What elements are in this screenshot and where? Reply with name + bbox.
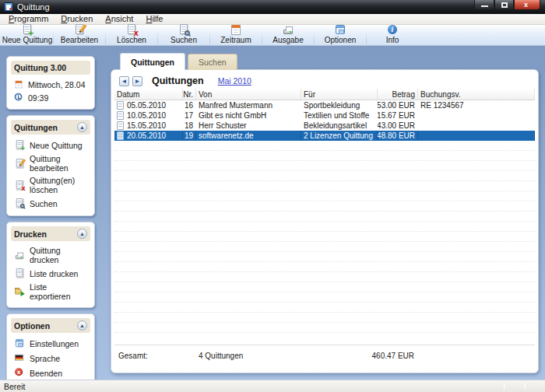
page-title: Quittungen (152, 75, 204, 86)
sidebar: Quittung 3.00 Mittwoch, 28.04 09:39 Quit… (6, 56, 95, 386)
toolbar-delete-button[interactable]: x Löschen (106, 25, 157, 45)
receipt-count: 4 Quittungen (199, 352, 243, 360)
empty-row (114, 232, 535, 242)
sidebar-section-drucken: Drucken ▲ Quittung drucken Liste drucken… (6, 222, 95, 308)
sidebar-item-label: Quittung bearbeiten (30, 154, 90, 173)
sidebar-item-liste-drucken[interactable]: Liste drucken (11, 266, 90, 281)
sidebar-item-quittungen-loeschen[interactable]: x Quittung(en) löschen (11, 174, 90, 196)
delete-receipt-icon: x (125, 24, 138, 36)
cell-von: Herr Schuster (196, 121, 301, 131)
sidebar-item-suchen[interactable]: Suchen (11, 196, 90, 211)
search-icon (178, 24, 190, 36)
total-amount: 460.47 EUR (372, 352, 414, 360)
statusbar-separator (525, 383, 526, 390)
edit-receipt-icon (14, 159, 25, 169)
tab-suchen[interactable]: Suchen (188, 54, 237, 70)
sidebar-item-neue-quittung[interactable]: + Neue Quittung (11, 138, 90, 152)
sidebar-section-optionen: Optionen ▲ Einstellungen Sprache x Beend… (6, 313, 95, 386)
statusbar-separator (504, 383, 505, 390)
receipt-doc-icon (117, 121, 124, 130)
export-icon (14, 287, 25, 297)
panel-header: ◄ ► Quittungen Mai 2010 (119, 74, 251, 88)
toolbar-period-button[interactable]: Zeitraum (210, 25, 262, 45)
new-receipt-icon: + (21, 24, 33, 36)
app-window: Quittung x Programm Drucken Ansicht Hilf… (0, 0, 545, 392)
toolbar-label: Bearbeiten (61, 36, 98, 44)
receipt-doc-icon (117, 101, 124, 110)
period-link[interactable]: Mai 2010 (218, 76, 251, 86)
empty-row (114, 222, 535, 232)
sidebar-item-liste-exportieren[interactable]: Liste exportieren (11, 281, 90, 303)
toolbar-label: Info (386, 36, 399, 44)
empty-row (114, 151, 535, 161)
table-row-selected[interactable]: 20.05.2010 19 softwarenetz.de 2 Lizenzen… (114, 131, 535, 141)
receipts-table: Datum Nr. Von Für Betrag Buchungsv. 05.0… (114, 89, 535, 338)
sidebar-item-quittung-bearbeiten[interactable]: Quittung bearbeiten (11, 152, 90, 174)
tab-quittungen[interactable]: Quittungen (120, 53, 185, 70)
table-row[interactable]: 10.05.2010 17 Gibt es nicht GmbH Textili… (114, 110, 535, 121)
printer-icon (14, 250, 25, 261)
section-header: Optionen ▲ (11, 318, 90, 333)
column-header-von[interactable]: Von (196, 89, 301, 100)
collapse-button[interactable]: ▲ (77, 122, 87, 132)
empty-row (114, 303, 535, 313)
cell-datum: 15.05.2010 (127, 121, 166, 130)
toolbar-info-button[interactable]: i Info (367, 25, 418, 45)
collapse-button[interactable]: ▲ (77, 320, 87, 331)
cell-fuer: 2 Lizenzen Quittung (301, 131, 378, 141)
menubar: Programm Drucken Ansicht Hilfe (0, 14, 545, 25)
column-header-fuer[interactable]: Für (301, 89, 378, 100)
section-header: Quittungen ▲ (11, 120, 90, 135)
table-row[interactable]: 05.05.2010 16 Manfred Mustermann Sportbe… (114, 100, 535, 110)
sidebar-info-panel: Quittung 3.00 Mittwoch, 28.04 09:39 (6, 56, 95, 110)
cell-betrag: 53.00 EUR (378, 100, 418, 110)
sidebar-item-quittung-drucken[interactable]: Quittung drucken (11, 244, 90, 266)
section-header: Drucken ▲ (11, 226, 90, 241)
toolbar-options-button[interactable]: Optionen (315, 25, 366, 45)
column-header-betrag[interactable]: Betrag (378, 89, 418, 100)
cell-datum: 20.05.2010 (127, 131, 166, 140)
empty-row (114, 191, 535, 201)
toolbar-search-button[interactable]: Suchen (158, 25, 209, 45)
empty-row (114, 323, 535, 333)
close-button[interactable]: x (514, 0, 540, 10)
main-tabs: Quittungen Suchen (120, 53, 237, 70)
empty-row (114, 201, 535, 212)
column-header-buchungsv[interactable]: Buchungsv. (418, 89, 535, 100)
options-icon (334, 24, 346, 36)
sidebar-item-beenden[interactable]: x Beenden (11, 366, 90, 380)
minimize-button[interactable] (474, 0, 494, 10)
empty-row (114, 272, 535, 282)
clock-icon (14, 93, 24, 103)
menu-drucken[interactable]: Drucken (54, 14, 99, 24)
column-header-nr[interactable]: Nr. (183, 89, 196, 100)
cell-betrag: 215.67 EUR (378, 110, 418, 121)
sidebar-item-label: Quittung(en) löschen (30, 176, 90, 194)
empty-row (114, 171, 535, 181)
sidebar-item-sprache[interactable]: Sprache (11, 351, 90, 366)
menu-hilfe[interactable]: Hilfe (139, 14, 169, 24)
calendar-icon (230, 24, 242, 36)
sidebar-item-label: Liste exportieren (30, 282, 90, 301)
menu-ansicht[interactable]: Ansicht (99, 14, 139, 24)
maximize-button[interactable] (494, 0, 514, 10)
window-title: Quittung (17, 2, 50, 12)
cell-betrag: 143.00 EUR (378, 121, 418, 131)
next-period-button[interactable]: ► (132, 76, 142, 86)
table-footer: Gesamt: 4 Quittungen 460.47 EUR (114, 345, 535, 366)
previous-period-button[interactable]: ◄ (119, 76, 129, 86)
toolbar-new-receipt-button[interactable]: + Neue Quittung (2, 25, 53, 45)
receipt-doc-icon (117, 131, 124, 140)
column-header-datum[interactable]: Datum (114, 89, 183, 100)
sidebar-item-einstellungen[interactable]: Einstellungen (11, 336, 90, 351)
empty-row (114, 181, 535, 191)
table-row[interactable]: 15.05.2010 18 Herr Schuster Bekleidungsa… (114, 121, 535, 131)
menu-programm[interactable]: Programm (2, 14, 54, 24)
toolbar-edit-button[interactable]: Bearbeiten (54, 25, 105, 45)
calendar-icon (14, 80, 24, 89)
toolbar-output-button[interactable]: Ausgabe (262, 25, 314, 45)
collapse-button[interactable]: ▲ (77, 229, 87, 239)
window-controls: x (474, 0, 540, 10)
empty-row (114, 242, 535, 252)
minimize-icon (481, 5, 488, 7)
